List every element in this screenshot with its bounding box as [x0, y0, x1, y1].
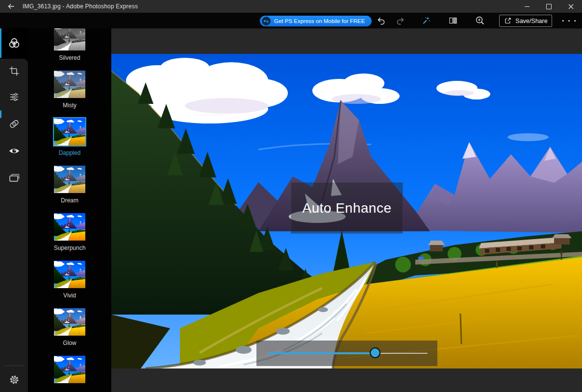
filter-label: Dappled: [59, 149, 81, 156]
sliders-icon: [9, 92, 20, 102]
redo-icon: [396, 16, 405, 25]
tool-crop[interactable]: [0, 59, 28, 83]
filter-label: Dream: [61, 197, 78, 204]
rail-divider: [4, 366, 24, 366]
filter-thumbnail: [54, 28, 85, 50]
filter-label: Glow: [63, 340, 76, 346]
get-ps-express-button[interactable]: Ps Get PS Express on Mobile for FREE: [260, 16, 372, 26]
toolbar: Ps Get PS Express on Mobile for FREE: [0, 13, 582, 28]
filter-item-dream[interactable]: Dream: [54, 166, 85, 204]
filter-item-glow[interactable]: Glow: [54, 308, 85, 346]
filter-list: Silvered Misty Dappled Dream Superpunch …: [28, 28, 111, 392]
save-share-button[interactable]: Save/Share: [499, 15, 552, 27]
filter-label: Misty: [63, 102, 76, 109]
band-aid-icon: [8, 118, 20, 130]
back-button[interactable]: [0, 0, 23, 13]
ps-logo-icon: Ps: [262, 17, 271, 25]
looks-filters-icon: [8, 37, 20, 49]
filter-label: Superpunch: [54, 245, 86, 251]
close-icon: [568, 4, 574, 9]
enhance-slider-panel: [256, 341, 437, 366]
slider-handle[interactable]: [370, 347, 380, 358]
ellipsis-icon: • • •: [562, 18, 577, 24]
before-after-button[interactable]: [446, 14, 460, 27]
crop-icon: [9, 66, 20, 76]
filter-label: Silvered: [59, 54, 80, 61]
minimize-icon: [525, 6, 530, 7]
tool-rail: [0, 28, 28, 392]
undo-button[interactable]: [374, 14, 388, 27]
filter-item-silvered[interactable]: Silvered: [54, 28, 85, 61]
tool-healing[interactable]: [0, 112, 28, 136]
undo-icon: [376, 16, 386, 25]
filters-filmstrip: Silvered Misty Dappled Dream Superpunch …: [28, 28, 111, 392]
tool-adjustments[interactable]: [0, 85, 28, 109]
save-share-label: Save/Share: [515, 18, 547, 24]
settings-button[interactable]: [0, 368, 28, 392]
window-title: IMG_3613.jpg - Adobe Photoshop Express: [23, 3, 138, 10]
close-button[interactable]: [560, 0, 582, 13]
filter-item-misty[interactable]: Misty: [54, 71, 85, 109]
maximize-button[interactable]: [538, 0, 560, 13]
auto-enhance-label: Auto Enhance: [303, 200, 392, 216]
tool-borders[interactable]: [0, 165, 28, 190]
filter-thumbnail: [54, 213, 85, 241]
eye-icon: [8, 145, 20, 157]
zoom-magnifier-icon: [475, 16, 485, 25]
tool-looks[interactable]: [0, 28, 28, 58]
filter-item-partial[interactable]: [54, 356, 85, 392]
auto-enhance-button[interactable]: [419, 14, 433, 27]
filter-label: Vivid: [63, 292, 76, 299]
slider-track[interactable]: [268, 353, 428, 354]
before-after-icon: [448, 16, 458, 25]
minimize-button[interactable]: [516, 0, 538, 13]
magic-wand-icon: [421, 16, 431, 25]
promo-label: Get PS Express on Mobile for FREE: [274, 18, 365, 24]
filter-thumbnail: [54, 118, 85, 146]
maximize-icon: [546, 4, 552, 9]
redo-button[interactable]: [394, 14, 407, 27]
share-icon: [504, 17, 512, 25]
slider-fill: [268, 352, 375, 354]
auto-enhance-overlay: Auto Enhance: [291, 182, 403, 234]
frame-stack-icon: [8, 172, 20, 183]
filter-item-superpunch[interactable]: Superpunch: [54, 213, 86, 251]
active-tool-accent: [0, 28, 1, 58]
filter-thumbnail: [54, 166, 85, 193]
zoom-button[interactable]: [473, 14, 487, 27]
filter-thumbnail: [54, 356, 85, 383]
editor-canvas: Auto Enhance: [111, 28, 582, 392]
filter-thumbnail: [54, 308, 85, 336]
filter-thumbnail: [54, 261, 85, 288]
titlebar: IMG_3613.jpg - Adobe Photoshop Express: [0, 0, 582, 13]
filter-item-vivid[interactable]: Vivid: [54, 261, 85, 299]
more-options-button[interactable]: • • •: [560, 14, 579, 27]
filter-item-dappled[interactable]: Dappled: [54, 118, 85, 156]
gear-icon: [9, 374, 20, 385]
tool-red-eye[interactable]: [0, 139, 28, 163]
filter-thumbnail: [54, 71, 85, 98]
